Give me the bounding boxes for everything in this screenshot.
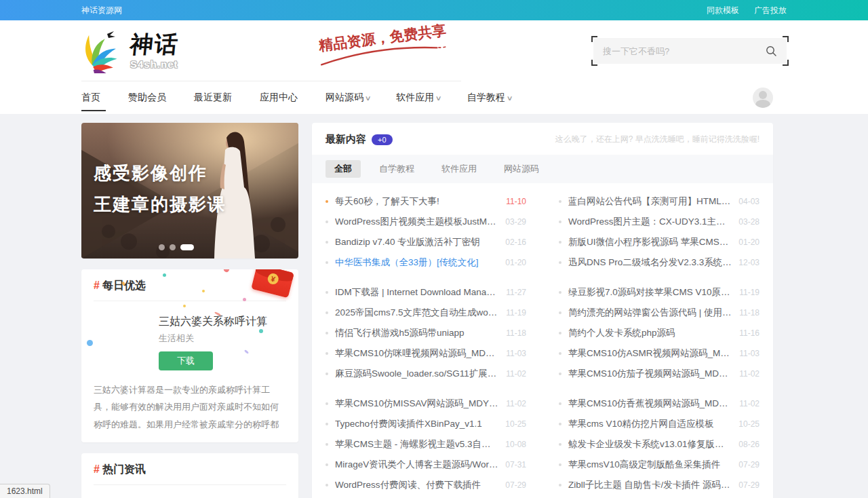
category-tab[interactable]: 软件应用 (433, 160, 486, 178)
post-row[interactable]: 苹果CMS10仿茄子视频网站源码_MDYS17 11-02 (559, 364, 760, 384)
nav-item[interactable]: 首页 (81, 81, 102, 114)
nav-item[interactable]: 软件应用∨ (396, 81, 441, 114)
post-row[interactable]: 苹果cms V10精仿挖片网自适应模板 10-25 (559, 414, 760, 434)
post-row[interactable]: 每天60秒，了解天下大事! 11-10 (326, 191, 526, 212)
search-icon[interactable] (766, 45, 777, 57)
download-button[interactable]: 下载 (159, 351, 213, 370)
post-title[interactable]: 苹果CMS10仿ASMR视频网站源码_MDYS16 (568, 347, 732, 360)
post-row[interactable]: 迅风DNS Pro二级域名分发V2.3.3系统源码 12-03 (559, 252, 760, 273)
post-row[interactable]: 简约个人发卡系统php源码 11-16 (559, 323, 760, 343)
post-title[interactable]: IDM下载器 | Internet Download Manager (v6..… (335, 286, 499, 299)
post-row[interactable]: 中华医书集成（全33册）[传统文化] 01-20 (326, 252, 526, 273)
topbar-link[interactable]: 广告投放 (754, 5, 787, 16)
bullet-icon (559, 241, 561, 244)
post-row[interactable]: 苹果cmsV10高级定制版酷鱼采集插件 07-29 (559, 455, 760, 475)
post-row[interactable]: 苹果CMS10仿香蕉视频网站源码_MDYS19 11-02 (559, 394, 760, 414)
post-row[interactable]: Zibll子比主题 自助售卡/发卡插件 源码 | WordPr... 07-29 (559, 475, 760, 495)
app-title[interactable]: 三姑六婆关系称呼计算 (159, 315, 267, 329)
post-title[interactable]: 苹果cms V10精仿挖片网自适应模板 (568, 418, 732, 430)
post-title[interactable]: 苹果CMS10仿茄子视频网站源码_MDYS17 (568, 368, 732, 380)
post-row[interactable]: 鲸发卡企业级发卡系统v13.01修复版源码 08-26 (559, 434, 760, 455)
post-row[interactable]: 情侣飞行棋游戏h5源码带uniapp 11-18 (326, 323, 526, 343)
post-date: 11-03 (739, 349, 760, 358)
carousel-banner[interactable]: 感受影像创作 王建章的摄影课 (81, 123, 298, 258)
app-category: 生活相关 (159, 332, 267, 345)
nav-item[interactable]: 最近更新 (194, 81, 234, 114)
post-row[interactable]: MirageV资讯类个人博客主题源码/WordPress主... 07-31 (326, 455, 526, 475)
post-row[interactable]: Typecho付费阅读插件XBinPay_v1.1 10-25 (326, 414, 526, 434)
nav-item[interactable]: 应用中心 (260, 81, 300, 114)
carousel-dot-active[interactable] (180, 244, 194, 250)
post-title[interactable]: WordPress图片视频类主题模板JustMediaV2.7.... (335, 216, 498, 228)
post-date: 11-19 (506, 308, 526, 318)
site-logo[interactable]: 神话 S4sh.net (81, 28, 179, 73)
right-column: 最新内容 +0 这么晚了，还在上网? 早点洗洗睡吧，睡前记得洗洗脸喔! 全部自学… (312, 123, 773, 498)
post-row[interactable]: IDM下载器 | Internet Download Manager (v6..… (326, 282, 526, 303)
post-row[interactable]: 苹果CMS10仿MISSAV网站源码_MDYS18 11-02 (326, 394, 526, 414)
chevron-down-icon: ∨ (506, 94, 513, 102)
bullet-icon (326, 200, 328, 203)
carousel-dot[interactable] (159, 244, 165, 250)
search-input[interactable] (603, 46, 766, 56)
post-title[interactable]: MirageV资讯类个人博客主题源码/WordPress主... (335, 459, 498, 471)
bullet-icon (326, 372, 328, 375)
post-title[interactable]: Bandizip v7.40 专业版激活补丁密钥 (335, 236, 498, 248)
user-avatar[interactable] (753, 88, 773, 108)
post-title[interactable]: Typecho付费阅读插件XBinPay_v1.1 (335, 418, 498, 430)
post-title[interactable]: WordPress图片主题：CX-UDY3.1主题美女图片... (568, 216, 732, 228)
post-row[interactable]: 新版UI微信小程序影视源码 苹果CMS小程序源码 01-20 (559, 232, 760, 252)
post-date: 01-20 (738, 237, 760, 247)
post-title[interactable]: 每天60秒，了解天下大事! (335, 195, 499, 208)
post-row[interactable]: Bandizip v7.40 专业版激活补丁密钥 02-16 (326, 232, 526, 252)
post-title[interactable]: 蓝白网站公告代码【亲测可用】HTML简单代码... (568, 195, 732, 208)
post-title[interactable]: 麻豆源码Swoole_loader.so/SG11扩展集合 (335, 368, 499, 380)
post-title[interactable]: 苹果CMS主题 - 海螺影视主题v5.3自适应主题/ ... (335, 438, 498, 451)
post-row[interactable]: 简约漂亮的网站弹窗公告源代码 | 使用cookie记录 11-18 (559, 303, 760, 323)
post-row[interactable]: WordPress付费阅读、付费下载插件 07-29 (326, 475, 526, 495)
post-row[interactable]: 苹果CMS10仿ASMR视频网站源码_MDYS16 11-03 (559, 343, 760, 364)
post-title[interactable]: 简约个人发卡系统php源码 (568, 327, 732, 339)
post-row[interactable]: 绿豆影视7.0源码对接苹果CMS V10原生影视AP... 11-19 (559, 282, 760, 303)
post-title[interactable]: 2025帝国cms7.5文库范文自动生成word文档/文... (335, 307, 499, 319)
post-title[interactable]: Zibll子比主题 自助售卡/发卡插件 源码 | WordPr... (568, 479, 732, 491)
topbar-site-name[interactable]: 神话资源网 (81, 5, 122, 16)
post-date: 11-18 (739, 308, 760, 318)
latest-posts-right: 蓝白网站公告代码【亲测可用】HTML简单代码... 04-03 WordPres… (559, 191, 760, 498)
nav-item[interactable]: 网站源码∨ (326, 81, 370, 114)
post-row[interactable]: 苹果CMS主题 - 海螺影视主题v5.3自适应主题/ ... 10-08 (326, 434, 526, 455)
category-tab[interactable]: 网站源码 (495, 160, 548, 178)
post-title[interactable]: 迅风DNS Pro二级域名分发V2.3.3系统源码 (568, 256, 732, 269)
topbar-links: 同款模板广告投放 (707, 5, 787, 16)
post-title[interactable]: 新版UI微信小程序影视源码 苹果CMS小程序源码 (568, 236, 732, 248)
chevron-down-icon: ∨ (435, 94, 442, 102)
post-title[interactable]: 苹果CMS10仿香蕉视频网站源码_MDYS19 (568, 398, 732, 410)
carousel-dot[interactable] (170, 244, 176, 250)
post-date: 11-18 (506, 328, 526, 338)
post-title[interactable]: 中华医书集成（全33册）[传统文化] (335, 256, 498, 269)
post-row[interactable]: 麻豆源码Swoole_loader.so/SG11扩展集合 11-02 (326, 364, 526, 384)
category-tab[interactable]: 自学教程 (370, 160, 423, 178)
topbar-link[interactable]: 同款模板 (707, 5, 739, 16)
nav-item-label: 首页 (81, 92, 100, 104)
post-row[interactable]: WordPress图片视频类主题模板JustMediaV2.7.... 03-2… (326, 212, 526, 232)
post-row[interactable]: 蓝白网站公告代码【亲测可用】HTML简单代码... 04-03 (559, 191, 760, 212)
post-row[interactable]: WordPress图片主题：CX-UDY3.1主题美女图片... 03-28 (559, 212, 760, 232)
post-title[interactable]: 绿豆影视7.0源码对接苹果CMS V10原生影视AP... (568, 286, 732, 299)
post-row[interactable]: 苹果CMS10仿咪哩视频网站源码_MDYS15 11-03 (326, 343, 526, 364)
post-title[interactable]: 鲸发卡企业级发卡系统v13.01修复版源码 (568, 438, 732, 451)
post-title[interactable]: WordPress付费阅读、付费下载插件 (335, 479, 498, 491)
post-title[interactable]: 苹果CMS10仿MISSAV网站源码_MDYS18 (335, 398, 499, 410)
post-title[interactable]: 苹果CMS10仿咪哩视频网站源码_MDYS15 (335, 347, 499, 360)
post-title[interactable]: 简约漂亮的网站弹窗公告源代码 | 使用cookie记录 (568, 307, 732, 319)
category-tab[interactable]: 全部 (326, 160, 361, 178)
category-tabs: 全部自学教程软件应用网站源码 (312, 155, 773, 183)
bullet-icon (326, 261, 328, 264)
bullet-icon (559, 221, 561, 223)
post-date: 07-29 (738, 480, 760, 490)
search-corner (783, 36, 789, 42)
nav-item[interactable]: 自学教程∨ (467, 81, 512, 114)
nav-item[interactable]: 赞助会员 (128, 81, 168, 114)
post-title[interactable]: 情侣飞行棋游戏h5源码带uniapp (335, 327, 499, 339)
post-title[interactable]: 苹果cmsV10高级定制版酷鱼采集插件 (568, 459, 732, 471)
post-row[interactable]: 2025帝国cms7.5文库范文自动生成word文档/文... 11-19 (326, 303, 526, 323)
